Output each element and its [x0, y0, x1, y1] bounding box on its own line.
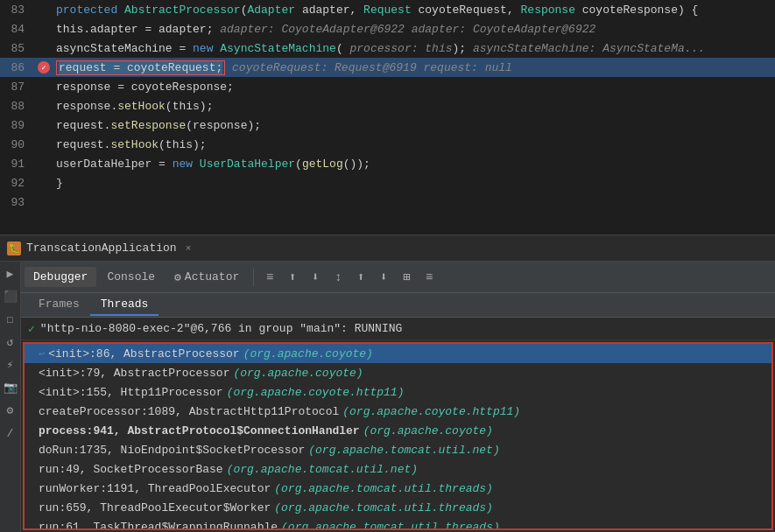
frame-name: runWorker:1191, ThreadPoolExecutor [39, 482, 271, 495]
code-content: request.setResponse(response); [53, 119, 775, 132]
frame-package: (org.apache.tomcat.util.net) [227, 463, 418, 476]
line-number: 83 [0, 4, 35, 17]
frame-package: (org.apache.tomcat.util.threads) [274, 501, 493, 514]
toolbar-tab-console[interactable]: Console [98, 267, 164, 287]
stack-frame-6[interactable]: run:49, SocketProcessorBase (org.apache.… [25, 459, 771, 479]
debug-tabs: FramesThreads [21, 293, 775, 318]
code-line-87: 87 response = coyoteResponse; [0, 77, 775, 96]
toolbar-btn-0[interactable]: ≡ [259, 267, 280, 288]
breakpoint-icon[interactable]: ⚡ [2, 356, 19, 374]
debug-close-btn[interactable]: × [186, 243, 192, 254]
frame-name: <init>:86, AbstractProcessor [48, 347, 239, 360]
frame-package: (org.apache.tomcat.util.threads) [274, 482, 493, 495]
frame-package: (org.apache.coyote.http11) [342, 405, 520, 418]
frame-name: doRun:1735, NioEndpoint$SocketProcessor [39, 444, 305, 457]
stack-frame-0[interactable]: ↩ <init>:86, AbstractProcessor (org.apac… [25, 344, 771, 363]
settings-icon[interactable]: ⚙ [2, 402, 19, 419]
debug-title-text: TranscationApplication [26, 242, 177, 255]
line-number: 87 [0, 80, 35, 94]
debug-tab-threads[interactable]: Threads [90, 294, 159, 316]
frame-name: <init>:155, Http11Processor [39, 386, 223, 399]
line-number: 93 [0, 196, 35, 209]
toolbar-btn-6[interactable]: ⊞ [396, 267, 417, 288]
toolbar-tab-label: Debugger [33, 270, 88, 284]
stack-frame-9[interactable]: run:61, TaskThread$WrappingRunnable (org… [25, 517, 771, 530]
code-content: response = coyoteResponse; [53, 80, 775, 94]
line-number: 85 [0, 42, 35, 55]
code-content: this.adapter = adapter; adapter: CoyoteA… [53, 23, 775, 36]
line-number: 88 [0, 100, 35, 113]
code-line-85: 85 asyncStateMachine = new AsyncStateMac… [0, 38, 775, 58]
toolbar-btn-7[interactable]: ≡ [419, 267, 440, 288]
thread-text[interactable]: "http-nio-8080-exec-2"@6,766 in group "m… [40, 322, 402, 335]
toolbar-tab-actuator[interactable]: ⚙Actuator [166, 267, 248, 288]
play-icon[interactable]: ▶ [2, 265, 19, 283]
code-line-92: 92 } [0, 173, 775, 192]
thread-info: ✓ "http-nio-8080-exec-2"@6,766 in group … [21, 318, 775, 340]
line-number: 90 [0, 138, 35, 151]
code-content: request = coyoteRequest; coyoteRequest: … [53, 61, 775, 74]
stack-frame-8[interactable]: run:659, ThreadPoolExecutor$Worker (org.… [25, 498, 771, 517]
breakpoint-icon[interactable] [38, 61, 50, 74]
toolbar-btn-5[interactable]: ⬇ [373, 267, 394, 288]
line-number: 84 [0, 23, 35, 36]
actuator-icon: ⚙ [174, 270, 181, 284]
toolbar-btn-2[interactable]: ⬇ [305, 267, 326, 288]
line-number: 91 [0, 158, 35, 171]
frame-package: (org.apache.coyote) [363, 424, 493, 438]
frame-name: run:659, ThreadPoolExecutor$Worker [39, 501, 271, 514]
toolbar-tab-label: Console [107, 270, 155, 284]
stack-frame-7[interactable]: runWorker:1191, ThreadPoolExecutor (org.… [25, 479, 771, 498]
frame-arrow-icon: ↩ [39, 347, 45, 360]
pause-icon[interactable]: ☐ [2, 311, 19, 328]
toolbar-btn-3[interactable]: ↕ [328, 267, 349, 288]
frame-name: createProcessor:1089, AbstractHttp11Prot… [39, 405, 339, 418]
stack-frame-4[interactable]: process:941, AbstractProtocol$Connection… [25, 421, 771, 440]
code-line-86: 86 request = coyoteRequest; coyoteReques… [0, 58, 775, 77]
debug-main: DebuggerConsole⚙Actuator≡⬆⬇↕⬆⬇⊞≡ FramesT… [21, 262, 775, 532]
code-editor: 83 protected AbstractProcessor(Adapter a… [0, 0, 775, 234]
stack-frames[interactable]: ↩ <init>:86, AbstractProcessor (org.apac… [23, 342, 773, 530]
code-line-88: 88 response.setHook(this); [0, 96, 775, 116]
frame-name: run:61, TaskThread$WrappingRunnable [39, 521, 278, 531]
toolbar-tab-label: Actuator [185, 270, 239, 284]
toolbar-btn-4[interactable]: ⬆ [350, 267, 371, 288]
toolbar-separator [253, 269, 254, 286]
code-content: request.setHook(this); [53, 138, 775, 151]
code-content: asyncStateMachine = new AsyncStateMachin… [53, 42, 775, 55]
stack-frame-1[interactable]: <init>:79, AbstractProcessor (org.apache… [25, 363, 771, 382]
thread-status-icon: ✓ [28, 322, 35, 336]
frame-name: run:49, SocketProcessorBase [39, 463, 223, 476]
debug-title-icon: 🐛 [7, 242, 21, 256]
frame-package: (org.apache.tomcat.util.threads) [281, 521, 500, 531]
code-line-91: 91 userDataHelper = new UserDataHelper(g… [0, 154, 775, 173]
line-gutter [35, 61, 53, 74]
code-line-93: 93 [0, 192, 775, 212]
frame-package: (org.apache.coyote.http11) [227, 386, 405, 399]
code-content: } [53, 177, 775, 190]
frame-package: (org.apache.tomcat.util.net) [308, 444, 499, 457]
code-line-89: 89 request.setResponse(response); [0, 116, 775, 135]
line-number: 89 [0, 119, 35, 132]
stack-frame-2[interactable]: <init>:155, Http11Processor (org.apache.… [25, 382, 771, 402]
code-content: userDataHelper = new UserDataHelper(getL… [53, 158, 775, 171]
debug-titlebar: 🐛 TranscationApplication × [0, 235, 775, 262]
snapshot-icon[interactable]: 📷 [2, 379, 19, 396]
restart-icon[interactable]: ↺ [2, 333, 19, 351]
code-content: protected AbstractProcessor(Adapter adap… [53, 4, 775, 17]
line-number: 92 [0, 177, 35, 190]
toolbar-tab-debugger[interactable]: Debugger [25, 267, 96, 287]
toolbar-btn-1[interactable]: ⬆ [282, 267, 303, 288]
code-content: response.setHook(this); [53, 100, 775, 113]
stack-frame-5[interactable]: doRun:1735, NioEndpoint$SocketProcessor … [25, 440, 771, 459]
line-number: 86 [0, 61, 35, 74]
divider-icon[interactable]: / [2, 424, 19, 442]
debug-body: ▶⬛☐↺⚡📷⚙/ DebuggerConsole⚙Actuator≡⬆⬇↕⬆⬇⊞… [0, 262, 775, 532]
frame-name: process:941, AbstractProtocol$Connection… [39, 424, 360, 438]
code-line-84: 84 this.adapter = adapter; adapter: Coyo… [0, 19, 775, 38]
stop-icon[interactable]: ⬛ [2, 288, 19, 305]
debug-tab-frames[interactable]: Frames [28, 294, 90, 316]
stack-frame-3[interactable]: createProcessor:1089, AbstractHttp11Prot… [25, 402, 771, 421]
code-line-90: 90 request.setHook(this); [0, 135, 775, 154]
debug-panel: 🐛 TranscationApplication × ▶⬛☐↺⚡📷⚙/ Debu… [0, 234, 775, 532]
